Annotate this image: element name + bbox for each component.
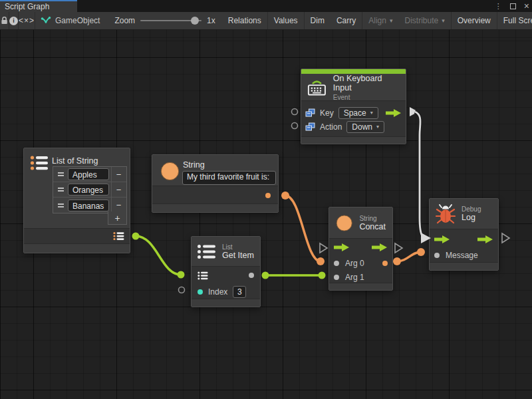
drag-handle-icon[interactable] xyxy=(53,172,68,176)
info-icon: i xyxy=(9,17,18,25)
list-input-port-icon[interactable] xyxy=(198,271,208,280)
info-button[interactable]: i xyxy=(9,12,19,30)
wire-list-to-getitem[interactable] xyxy=(132,233,185,279)
node-title: On Keyboard Input xyxy=(333,74,400,92)
node-title: String xyxy=(183,160,205,170)
variable-icon xyxy=(305,108,315,118)
graph-canvas[interactable]: On Keyboard Input Event Key Space ▾ xyxy=(0,30,532,399)
item-output-port[interactable] xyxy=(249,273,254,278)
remove-item-button[interactable]: − xyxy=(111,167,126,182)
tab-script-graph[interactable]: Script Graph xyxy=(0,0,77,12)
code-view-button[interactable]: <×> xyxy=(19,12,35,30)
list-item-field[interactable]: Apples xyxy=(68,168,109,180)
arg0-input-port[interactable] xyxy=(334,261,339,266)
dim-button[interactable]: Dim xyxy=(305,12,331,30)
unity-visual-scripting-window: Script Graph ⋮ × i <×> Ga xyxy=(0,0,532,399)
control-output-arrow[interactable] xyxy=(386,109,402,117)
zoom-slider[interactable] xyxy=(140,20,201,21)
values-button[interactable]: Values xyxy=(268,12,305,30)
wire-keyboard-to-log[interactable] xyxy=(410,107,431,243)
log-control-out-triangle[interactable] xyxy=(502,233,509,243)
node-footer xyxy=(430,263,498,270)
list-output-icon[interactable] xyxy=(113,231,124,241)
tab-bar: Script Graph ⋮ × xyxy=(0,0,532,12)
zoom-label: Zoom xyxy=(114,16,135,25)
distribute-label: Distribute xyxy=(405,16,439,25)
action-port-label: Action xyxy=(320,122,342,132)
node-subtitle: Event xyxy=(333,94,400,101)
key-floating-port[interactable] xyxy=(292,109,298,115)
lock-button[interactable] xyxy=(0,12,9,30)
wire-getitem-to-concat[interactable] xyxy=(262,272,326,279)
tab-title: Script Graph xyxy=(5,2,49,11)
chevron-down-icon: ▾ xyxy=(442,17,445,24)
zoom-slider-knob[interactable] xyxy=(191,17,199,25)
node-title: Concat xyxy=(359,222,386,231)
control-output-arrow[interactable] xyxy=(372,243,388,251)
node-list-of-string[interactable]: List of String Apples − Oranges − Ban xyxy=(23,148,130,253)
node-footer xyxy=(192,299,260,307)
concat-control-out-triangle[interactable] xyxy=(395,243,402,253)
node-footer xyxy=(301,137,406,144)
concat-control-in-triangle[interactable] xyxy=(320,243,327,253)
message-input-port[interactable] xyxy=(434,253,440,258)
close-icon[interactable]: × xyxy=(524,1,529,11)
index-input-port[interactable] xyxy=(198,289,203,295)
gameobject-target[interactable]: GameObject xyxy=(35,16,105,25)
index-value-field[interactable]: 3 xyxy=(233,286,246,298)
menu-icon[interactable]: ⋮ xyxy=(495,3,502,10)
action-floating-port[interactable] xyxy=(292,123,298,129)
list-item-field[interactable]: Bananas xyxy=(68,200,109,211)
node-string-concat[interactable]: String Concat Arg 0 xyxy=(329,207,393,291)
string-output-port[interactable] xyxy=(265,193,271,198)
node-list-get-item[interactable]: List Get Item Index 3 xyxy=(191,236,261,307)
values-label: Values xyxy=(274,16,298,25)
control-input-arrow[interactable] xyxy=(434,235,450,243)
list-item-field[interactable]: Oranges xyxy=(68,184,109,196)
string-value-field[interactable]: My third favorite fruit is: xyxy=(182,171,276,185)
gameobject-label: GameObject xyxy=(55,16,100,25)
list-icon xyxy=(197,243,217,260)
key-dropdown[interactable]: Space ▾ xyxy=(338,107,378,119)
string-icon xyxy=(160,162,180,181)
key-port-label: Key xyxy=(320,108,334,118)
graph-toolbar: i <×> GameObject Zoom 1x Relations Value… xyxy=(0,12,532,30)
zoom-control: Zoom 1x xyxy=(105,16,221,25)
dim-label: Dim xyxy=(311,16,325,25)
lock-icon xyxy=(0,16,9,25)
node-category: Debug xyxy=(462,205,481,213)
list-item-row: Bananas − xyxy=(53,198,126,213)
remove-item-button[interactable]: − xyxy=(111,182,126,197)
add-item-button[interactable]: + xyxy=(108,211,127,225)
maximize-icon[interactable] xyxy=(510,3,516,9)
list-icon xyxy=(30,155,49,171)
control-input-arrow[interactable] xyxy=(334,243,350,251)
distribute-button[interactable]: Distribute ▾ xyxy=(399,12,452,30)
zoom-value: 1x xyxy=(207,16,215,25)
index-floating-port[interactable] xyxy=(179,287,185,293)
arg1-input-port[interactable] xyxy=(334,275,339,280)
node-debug-log[interactable]: Debug Log Message xyxy=(429,198,499,271)
wire-string-to-concat[interactable] xyxy=(281,192,325,265)
relations-label: Relations xyxy=(228,16,261,25)
align-button[interactable]: Align ▾ xyxy=(362,12,398,30)
result-output-port[interactable] xyxy=(382,261,388,266)
align-label: Align xyxy=(368,16,386,25)
list-item-row: Apples − xyxy=(53,167,126,182)
node-title-block: List Get Item xyxy=(222,243,254,260)
overview-button[interactable]: Overview xyxy=(452,12,497,30)
message-label: Message xyxy=(446,251,478,260)
node-on-keyboard-input[interactable]: On Keyboard Input Event Key Space ▾ xyxy=(301,68,406,144)
carry-button[interactable]: Carry xyxy=(331,12,362,30)
action-dropdown[interactable]: Down ▾ xyxy=(346,121,384,133)
remove-item-button[interactable]: − xyxy=(111,198,126,213)
drag-handle-icon[interactable] xyxy=(53,203,68,207)
overview-label: Overview xyxy=(458,16,491,25)
relations-button[interactable]: Relations xyxy=(222,12,268,30)
node-title-block: On Keyboard Input Event xyxy=(333,74,400,101)
node-string-literal[interactable]: String My third favorite fruit is: xyxy=(152,154,279,213)
fullscreen-button[interactable]: Full Screen xyxy=(497,12,532,30)
drag-handle-icon[interactable] xyxy=(53,188,68,192)
control-output-arrow[interactable] xyxy=(477,235,493,243)
wire-concat-to-log[interactable] xyxy=(393,248,425,265)
